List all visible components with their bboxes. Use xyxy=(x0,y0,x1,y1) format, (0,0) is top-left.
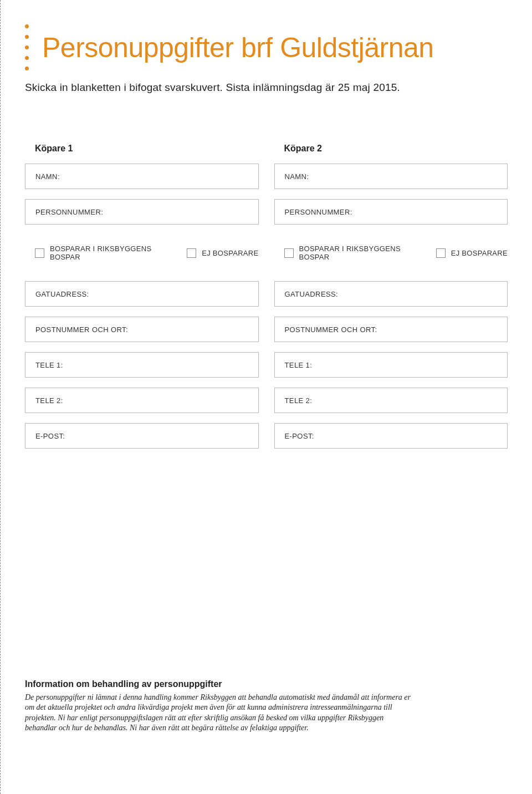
buyer2-bospar-checkbox[interactable] xyxy=(284,248,294,258)
buyer2-name-field[interactable]: NAMN: xyxy=(274,164,508,189)
field-label: PERSONNUMMER: xyxy=(285,208,352,216)
info-heading: Information om behandling av personuppgi… xyxy=(25,679,413,689)
buyer1-bospar-checkbox[interactable] xyxy=(35,248,44,258)
logo-dots xyxy=(25,24,29,70)
buyer1-name-field[interactable]: NAMN: xyxy=(25,164,259,189)
buyer1-tele2-field[interactable]: TELE 2: xyxy=(25,388,259,413)
buyer2-tele1-field[interactable]: TELE 1: xyxy=(274,352,508,378)
buyer2-column: Köpare 2 NAMN: PERSONNUMMER: BOSPARAR I … xyxy=(274,144,508,459)
page-title: Personuppgifter brf Guldstjärnan xyxy=(42,32,434,64)
dot-icon xyxy=(25,24,29,28)
field-label: GATUADRESS: xyxy=(285,290,339,298)
field-label: TELE 2: xyxy=(285,396,313,405)
buyer1-tele1-field[interactable]: TELE 1: xyxy=(25,352,259,378)
dot-icon xyxy=(25,67,29,70)
dot-icon xyxy=(25,45,29,49)
field-label: TELE 1: xyxy=(35,361,63,369)
field-label: POSTNUMMER OCH ORT: xyxy=(285,325,377,334)
field-label: NAMN: xyxy=(285,172,309,181)
buyer1-postal-field[interactable]: POSTNUMMER OCH ORT: xyxy=(25,317,259,342)
dot-icon xyxy=(25,56,29,60)
field-label: TELE 2: xyxy=(35,396,63,405)
buyer2-pnr-field[interactable]: PERSONNUMMER: xyxy=(274,199,508,225)
buyer1-ejbospar-checkbox[interactable] xyxy=(187,248,196,258)
buyer1-heading: Köpare 1 xyxy=(35,144,259,154)
buyer2-ejbospar-checkbox[interactable] xyxy=(436,248,446,258)
info-text: De personuppgifter ni lämnat i denna han… xyxy=(25,693,413,733)
checkbox-label: BOSPARAR I RIKSBYGGENS BOSPAR xyxy=(299,245,431,261)
page-subtitle: Skicka in blanketten i bifogat svarskuve… xyxy=(25,82,508,94)
field-label: E-POST: xyxy=(35,432,65,440)
field-label: POSTNUMMER OCH ORT: xyxy=(35,325,128,334)
buyer2-tele2-field[interactable]: TELE 2: xyxy=(274,388,508,413)
checkbox-label: EJ BOSPARARE xyxy=(202,249,258,257)
buyer1-street-field[interactable]: GATUADRESS: xyxy=(25,281,259,307)
buyer2-heading: Köpare 2 xyxy=(284,144,508,154)
info-block: Information om behandling av personuppgi… xyxy=(25,679,413,733)
checkbox-label: BOSPARAR I RIKSBYGGENS BOSPAR xyxy=(50,245,181,261)
field-label: E-POST: xyxy=(285,432,314,440)
dot-icon xyxy=(25,35,29,39)
buyer2-postal-field[interactable]: POSTNUMMER OCH ORT: xyxy=(274,317,508,342)
field-label: GATUADRESS: xyxy=(35,290,89,298)
checkbox-label: EJ BOSPARARE xyxy=(451,249,508,257)
title-row: Personuppgifter brf Guldstjärnan xyxy=(25,24,508,70)
buyer2-email-field[interactable]: E-POST: xyxy=(274,423,508,449)
buyer1-column: Köpare 1 NAMN: PERSONNUMMER: BOSPARAR I … xyxy=(25,144,259,459)
buyer1-email-field[interactable]: E-POST: xyxy=(25,423,259,449)
buyer2-street-field[interactable]: GATUADRESS: xyxy=(274,281,508,307)
field-label: NAMN: xyxy=(35,172,60,181)
buyer1-pnr-field[interactable]: PERSONNUMMER: xyxy=(25,199,259,225)
field-label: TELE 1: xyxy=(285,361,313,369)
field-label: PERSONNUMMER: xyxy=(35,208,103,216)
